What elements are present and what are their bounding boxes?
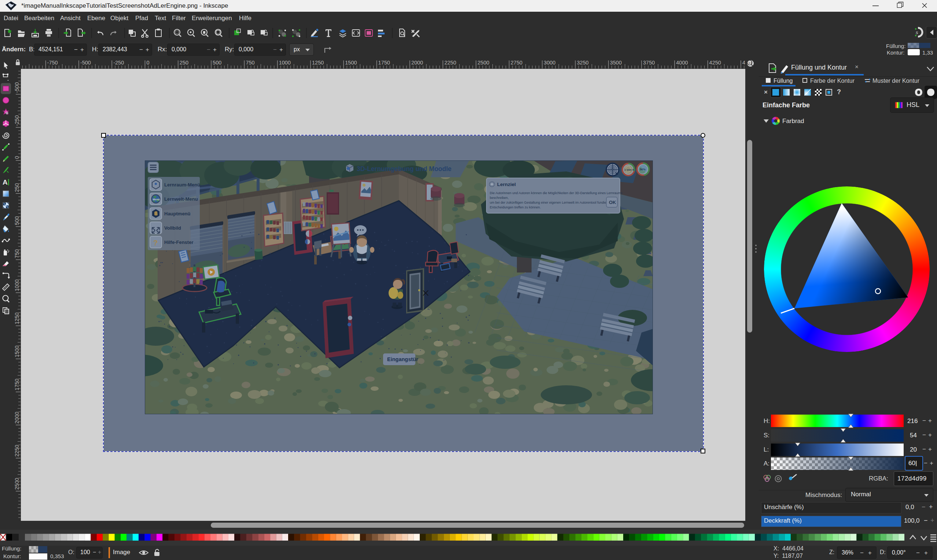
svg-text:3000: 3000 xyxy=(543,60,556,66)
svg-text:3750: 3750 xyxy=(643,60,655,66)
svg-text:3250: 3250 xyxy=(577,60,588,66)
svg-text:500: 500 xyxy=(213,60,221,66)
svg-text:250: 250 xyxy=(15,183,20,192)
svg-text:750: 750 xyxy=(15,249,20,258)
svg-text:500: 500 xyxy=(15,216,20,225)
svg-text:4250: 4250 xyxy=(709,60,721,66)
svg-text:250: 250 xyxy=(180,60,188,66)
svg-text:4000: 4000 xyxy=(676,60,688,66)
svg-text:1000: 1000 xyxy=(15,280,20,291)
svg-text:2250: 2250 xyxy=(444,60,456,66)
svg-text:-250: -250 xyxy=(15,115,20,126)
svg-text:1:1: 1:1 xyxy=(749,62,752,64)
svg-text:-250: -250 xyxy=(113,60,124,66)
svg-text:1500: 1500 xyxy=(345,60,357,66)
svg-text:-500: -500 xyxy=(15,82,20,93)
svg-text:1250: 1250 xyxy=(312,60,324,66)
svg-text:s: s xyxy=(916,30,918,35)
svg-text:0: 0 xyxy=(15,156,20,159)
svg-text:0: 0 xyxy=(147,60,150,66)
svg-text:2000: 2000 xyxy=(411,60,423,66)
svg-text:2000: 2000 xyxy=(15,412,20,423)
svg-text:2500: 2500 xyxy=(478,60,489,66)
svg-text:-750: -750 xyxy=(47,60,58,66)
svg-text:2500: 2500 xyxy=(15,478,20,490)
svg-text:1000: 1000 xyxy=(279,60,291,66)
svg-text:2750: 2750 xyxy=(511,60,522,66)
svg-text:-500: -500 xyxy=(80,60,91,66)
svg-text:1750: 1750 xyxy=(378,60,390,66)
svg-text:4500: 4500 xyxy=(742,60,745,66)
svg-text:1250: 1250 xyxy=(15,312,20,324)
svg-text:2250: 2250 xyxy=(15,445,20,456)
svg-text:1750: 1750 xyxy=(15,379,20,391)
svg-text:3500: 3500 xyxy=(610,60,622,66)
svg-text:750: 750 xyxy=(245,60,255,66)
svg-text:1500: 1500 xyxy=(15,346,20,357)
svg-text:A: A xyxy=(3,178,8,186)
